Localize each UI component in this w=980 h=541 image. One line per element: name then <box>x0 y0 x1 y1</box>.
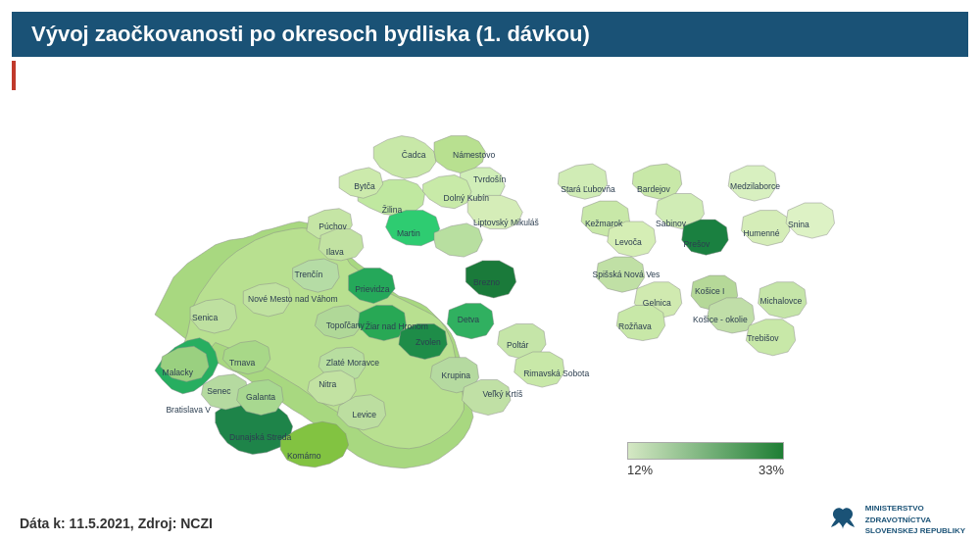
svg-text:Bytča: Bytča <box>354 181 375 191</box>
svg-text:Liptovský Mikuláš: Liptovský Mikuláš <box>473 218 539 227</box>
svg-text:Veľký Krtíš: Veľký Krtíš <box>482 389 522 399</box>
svg-text:Senica: Senica <box>192 313 218 322</box>
svg-text:Detva: Detva <box>458 315 480 324</box>
svg-text:Bratislava V: Bratislava V <box>166 405 211 415</box>
svg-text:Sabinov: Sabinov <box>656 219 687 228</box>
slovakia-map: Čadca Námestovo Bytča Tvrdošín Dolný Kub… <box>20 54 960 482</box>
svg-text:Trenčín: Trenčín <box>295 270 323 279</box>
svg-text:Levoča: Levoča <box>614 237 642 247</box>
svg-text:Kežmarok: Kežmarok <box>585 219 623 228</box>
svg-text:Nové Mesto nad Váhom: Nové Mesto nad Váhom <box>248 294 338 304</box>
svg-text:Dunajská Streda: Dunajská Streda <box>229 432 291 442</box>
logo-line2: ZDRAVOTNÍCTVA <box>865 515 965 525</box>
svg-text:Humenné: Humenné <box>743 228 779 238</box>
svg-text:Nitra: Nitra <box>318 379 336 389</box>
svg-text:Trnava: Trnava <box>229 358 256 368</box>
svg-text:Levice: Levice <box>352 410 376 419</box>
svg-text:Prešov: Prešov <box>684 239 710 249</box>
svg-text:Trebišov: Trebišov <box>747 333 779 343</box>
svg-text:Ilava: Ilava <box>326 247 344 257</box>
svg-text:Snina: Snina <box>788 220 809 229</box>
svg-text:Gelnica: Gelnica <box>643 298 671 308</box>
svg-text:Žiar nad Hronom: Žiar nad Hronom <box>366 321 428 331</box>
svg-text:Zvolen: Zvolen <box>416 337 441 347</box>
logo-line1: MINISTERSTVO <box>865 503 965 514</box>
svg-text:Brezno: Brezno <box>473 277 500 287</box>
svg-text:Stará Ľubovňa: Stará Ľubovňa <box>561 184 615 194</box>
header-bar: Vývoj zaočkovanosti po okresoch bydliska… <box>12 12 968 57</box>
svg-text:Dolný Kubín: Dolný Kubín <box>444 193 490 203</box>
svg-text:Zlaté Moravce: Zlaté Moravce <box>326 358 379 368</box>
svg-text:Púchov: Púchov <box>318 221 347 231</box>
svg-text:Senec: Senec <box>207 386 231 396</box>
svg-text:Žilina: Žilina <box>382 205 403 215</box>
svg-text:Prievidza: Prievidza <box>355 284 389 294</box>
svg-text:Komárno: Komárno <box>287 451 321 461</box>
logo-container: MINISTERSTVO ZDRAVOTNÍCTVA SLOVENSKEJ RE… <box>828 503 965 536</box>
svg-text:Rožňava: Rožňava <box>618 321 652 331</box>
legend-container: 12% 33% <box>627 442 784 477</box>
svg-text:Tvrdošín: Tvrdošín <box>473 174 506 184</box>
svg-text:Martin: Martin <box>397 228 420 238</box>
svg-text:Topoľčany: Topoľčany <box>326 320 366 330</box>
svg-text:Galanta: Galanta <box>246 392 275 402</box>
logo-line3: SLOVENSKEJ REPUBLIKY <box>865 525 965 536</box>
legend-min-label: 12% <box>627 463 653 477</box>
svg-text:Medzilaborce: Medzilaborce <box>730 181 780 191</box>
svg-text:Michalovce: Michalovce <box>760 296 803 306</box>
ministry-logo-bird <box>828 505 858 534</box>
svg-text:Čadca: Čadca <box>402 150 426 160</box>
footer: Dáta k: 11.5.2021, Zdroj: NCZI <box>20 516 213 531</box>
svg-text:Rimavská Sobota: Rimavská Sobota <box>523 369 589 378</box>
svg-text:Poltár: Poltár <box>507 340 528 350</box>
svg-text:Námestovo: Námestovo <box>453 150 495 160</box>
svg-text:Malacky: Malacky <box>163 368 194 377</box>
svg-text:Krupina: Krupina <box>442 370 471 380</box>
svg-text:Košice I: Košice I <box>695 286 724 296</box>
svg-text:Bardejov: Bardejov <box>637 184 670 194</box>
svg-text:Spišská Nová Ves: Spišská Nová Ves <box>593 270 661 279</box>
red-accent <box>12 61 16 90</box>
legend-max-label: 33% <box>759 463 784 477</box>
page-title: Vývoj zaočkovanosti po okresoch bydliska… <box>31 22 590 46</box>
svg-text:Košice - okolie: Košice - okolie <box>693 315 748 324</box>
map-container: Čadca Námestovo Bytča Tvrdošín Dolný Kub… <box>20 54 960 482</box>
legend-gradient <box>627 442 784 460</box>
footer-source: Dáta k: 11.5.2021, Zdroj: NCZI <box>20 516 213 531</box>
